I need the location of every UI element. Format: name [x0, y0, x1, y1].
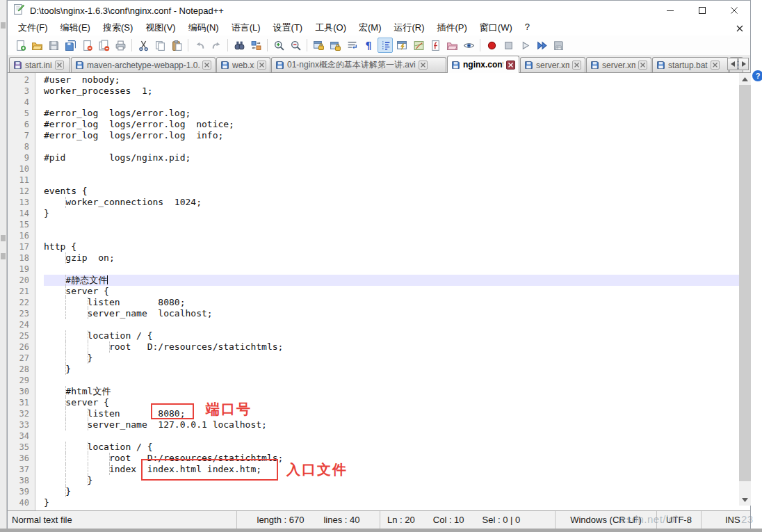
background-glyph: [1, 253, 6, 259]
scroll-down-icon[interactable]: [739, 494, 751, 506]
maximize-button[interactable]: [686, 1, 718, 20]
menu-item-11[interactable]: 窗口(W): [473, 20, 519, 35]
tab-web-xml[interactable]: web.xml: [216, 57, 270, 72]
tab-scroll-left-icon[interactable]: [727, 58, 738, 70]
indent-guide-line: [65, 252, 66, 264]
zoom-out-icon[interactable]: [288, 38, 303, 53]
floppy-icon: [590, 61, 599, 70]
paste-icon[interactable]: [169, 38, 184, 53]
indent-guide-line: [65, 475, 66, 486]
tab-server-xml[interactable]: server.xml: [520, 57, 585, 72]
tab-close-icon[interactable]: [638, 61, 647, 70]
zoom-in-icon[interactable]: [271, 38, 286, 53]
monitoring-icon[interactable]: [461, 38, 476, 53]
save-icon[interactable]: [46, 38, 61, 53]
tab-close-icon[interactable]: [419, 61, 428, 70]
indent-guide-line: [65, 297, 66, 308]
redo-icon[interactable]: [209, 38, 224, 53]
menu-item-9[interactable]: 运行(R): [387, 20, 430, 35]
find-icon[interactable]: [232, 38, 247, 53]
cut-icon[interactable]: [136, 38, 151, 53]
document-map-icon[interactable]: [411, 38, 426, 53]
toolbar-separator: [131, 39, 132, 51]
menu-item-1[interactable]: 编辑(E): [54, 20, 97, 35]
line-number: 4: [8, 97, 35, 108]
tab-startup-bat[interactable]: startup.bat: [652, 57, 729, 72]
tab-nginx-conf[interactable]: nginx.conf: [447, 56, 519, 73]
macro-record-icon[interactable]: [484, 38, 499, 53]
copy-icon[interactable]: [152, 38, 168, 53]
tab-maven-archetype-webapp-1-0-jar[interactable]: maven-archetype-webapp-1.0.jar: [71, 57, 216, 72]
sync-horizontal-icon[interactable]: [327, 38, 343, 53]
tab-close-icon[interactable]: [202, 61, 211, 70]
scroll-up-icon[interactable]: [739, 73, 751, 85]
macro-save-icon[interactable]: [551, 38, 566, 53]
close-all-icon[interactable]: [96, 38, 111, 53]
code-line-10: [44, 163, 739, 175]
macro-run-multiple-icon[interactable]: [534, 38, 549, 53]
menu-item-5[interactable]: 语言(L): [225, 20, 267, 35]
line-number: 12: [8, 186, 35, 197]
indent-guide-line: [65, 408, 66, 419]
code-area[interactable]: #user nobody;worker_processes 1;#error_l…: [44, 74, 739, 508]
sync-vertical-icon[interactable]: [311, 38, 326, 53]
code-line-32: listen 8080;: [44, 408, 739, 419]
code-line-4: [44, 97, 739, 108]
line-number: 28: [8, 364, 35, 375]
open-file-icon[interactable]: [29, 38, 44, 53]
help-icon[interactable]: ?: [752, 70, 762, 81]
undo-icon[interactable]: [192, 38, 207, 53]
save-all-icon[interactable]: [63, 38, 78, 53]
menu-item-8[interactable]: 宏(M): [352, 20, 388, 35]
code-line-23: server_name localhost;: [44, 308, 739, 319]
tab-close-icon[interactable]: [572, 61, 581, 70]
menu-item-10[interactable]: 插件(P): [431, 20, 473, 35]
close-button[interactable]: [718, 1, 750, 20]
show-all-characters-icon[interactable]: ¶: [361, 38, 376, 53]
code-line-27: }: [44, 353, 739, 364]
folder-as-workspace-icon[interactable]: [444, 38, 460, 53]
tab-close-icon[interactable]: [506, 61, 515, 70]
tab-close-icon[interactable]: [257, 61, 266, 70]
tab-server-xml[interactable]: server.xml: [586, 57, 651, 72]
menu-item-2[interactable]: 搜索(S): [97, 20, 139, 35]
indent-guide-icon[interactable]: [378, 38, 393, 53]
replace-icon[interactable]: [248, 38, 264, 53]
tab-start-ini[interactable]: start.ini: [9, 57, 70, 72]
minimize-button[interactable]: [654, 1, 686, 20]
menu-item-12[interactable]: ?: [519, 20, 536, 35]
line-number: 34: [8, 430, 35, 442]
new-file-icon[interactable]: [13, 38, 28, 53]
toolbar-separator: [267, 39, 268, 51]
indent-guide-line: [65, 464, 66, 475]
function-list-icon[interactable]: [428, 38, 443, 53]
tab-close-icon[interactable]: [711, 61, 720, 70]
close-icon[interactable]: [79, 38, 95, 53]
scrollbar-thumb[interactable]: [739, 85, 751, 481]
title-bar[interactable]: D:\tools\nginx-1.6.3\conf\nginx.conf - N…: [8, 1, 750, 20]
tab-01-nginx-avi[interactable]: 01-nginx概念的基本讲解第一讲.avi: [271, 57, 446, 72]
vertical-scrollbar[interactable]: [739, 73, 751, 506]
tab-scroll-right-icon[interactable]: [738, 58, 749, 70]
line-number: 37: [8, 464, 35, 475]
tab-close-icon[interactable]: [55, 61, 64, 70]
word-wrap-icon[interactable]: [344, 38, 359, 53]
print-icon[interactable]: [113, 38, 128, 53]
line-number-gutter: 2345678910111213141516171819202122232425…: [8, 73, 35, 510]
menu-item-3[interactable]: 视图(V): [139, 20, 181, 35]
indent-guide-line: [88, 308, 88, 319]
macro-stop-icon[interactable]: [501, 38, 516, 53]
code-line-18: gzip on;: [44, 252, 739, 264]
menu-item-6[interactable]: 设置(T): [267, 20, 309, 35]
tab-label: web.xml: [232, 61, 254, 70]
menu-item-7[interactable]: 工具(O): [309, 20, 352, 35]
menu-item-0[interactable]: 文件(F): [12, 20, 54, 35]
macro-play-icon[interactable]: [517, 38, 533, 53]
line-number: 26: [8, 341, 35, 353]
code-line-25: location / {: [44, 330, 739, 341]
user-defined-dialog-icon[interactable]: [394, 38, 410, 53]
menu-item-4[interactable]: 编码(N): [182, 20, 225, 35]
floppy-icon: [656, 61, 665, 70]
menubar-close-icon[interactable]: [736, 22, 743, 35]
indent-guide-line: [65, 453, 66, 464]
